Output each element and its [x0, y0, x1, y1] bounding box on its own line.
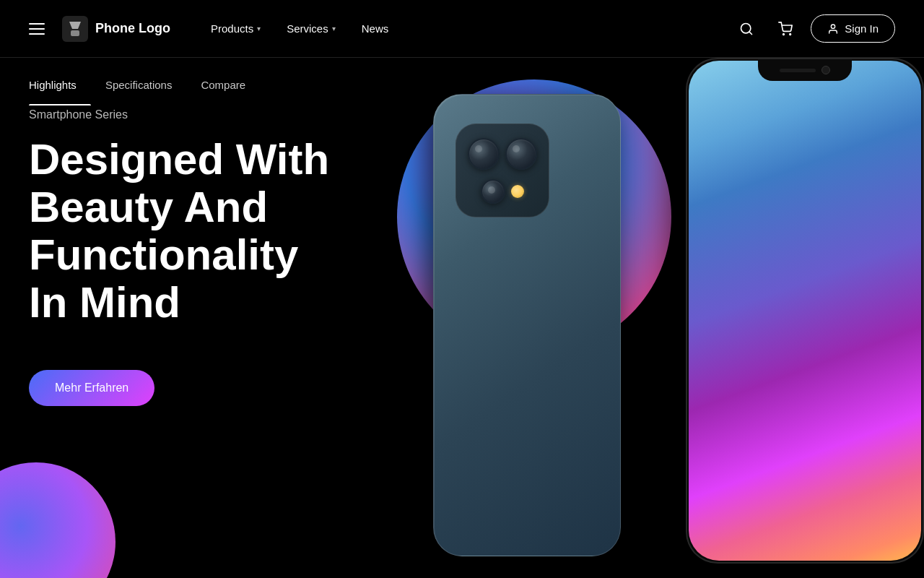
- svg-point-4: [783, 33, 785, 35]
- camera-lens-secondary: [505, 138, 537, 170]
- hero-section: Highlights Specifications Compare Smartp…: [0, 58, 924, 578]
- logo-text: Phone Logo: [95, 21, 170, 36]
- tab-specifications[interactable]: Specifications: [91, 61, 187, 105]
- chevron-down-icon: ▾: [257, 25, 261, 33]
- nav-link-products[interactable]: Products ▾: [199, 17, 272, 40]
- navbar: Phone Logo Products ▾ Services ▾ News: [0, 0, 924, 58]
- logo-link[interactable]: Phone Logo: [62, 16, 170, 42]
- camera-lens-main: [468, 138, 500, 170]
- search-button[interactable]: [733, 15, 760, 43]
- phone-back-body: [433, 94, 621, 556]
- tab-highlights[interactable]: Highlights: [29, 61, 91, 105]
- tabs-bar: Highlights Specifications Compare: [0, 58, 924, 108]
- svg-point-5: [790, 33, 791, 35]
- svg-point-6: [832, 25, 835, 28]
- camera-module: [456, 124, 549, 217]
- hero-series-label: Smartphone Series: [29, 108, 329, 121]
- user-icon: [827, 23, 839, 35]
- svg-line-3: [749, 31, 752, 34]
- cta-button[interactable]: Mehr Erfahren: [29, 370, 154, 406]
- hamburger-menu[interactable]: [29, 23, 45, 35]
- hero-content: Smartphone Series Designed With Beauty A…: [29, 108, 329, 406]
- phone-screen: [689, 61, 921, 561]
- nav-link-services[interactable]: Services ▾: [275, 17, 347, 40]
- cart-button[interactable]: [772, 15, 799, 43]
- nav-link-news[interactable]: News: [350, 17, 401, 40]
- phone-front-body: [686, 58, 924, 564]
- nav-links: Products ▾ Services ▾ News: [199, 17, 733, 40]
- deco-circle-bottomleft: [0, 462, 116, 578]
- search-icon: [739, 22, 754, 36]
- nav-actions: Sign In: [733, 14, 895, 43]
- cart-icon: [778, 22, 793, 36]
- sign-in-button[interactable]: Sign In: [811, 14, 895, 43]
- logo-icon: [62, 16, 88, 42]
- svg-rect-1: [71, 30, 79, 36]
- camera-flash: [511, 185, 524, 198]
- phone-back: [433, 94, 621, 556]
- tab-compare[interactable]: Compare: [186, 61, 260, 105]
- chevron-down-icon: ▾: [332, 25, 336, 33]
- hero-title: Designed With Beauty And Functionality I…: [29, 136, 329, 327]
- phone-front: [686, 58, 924, 564]
- camera-lens-tertiary: [481, 179, 505, 204]
- phones-area: [361, 58, 924, 578]
